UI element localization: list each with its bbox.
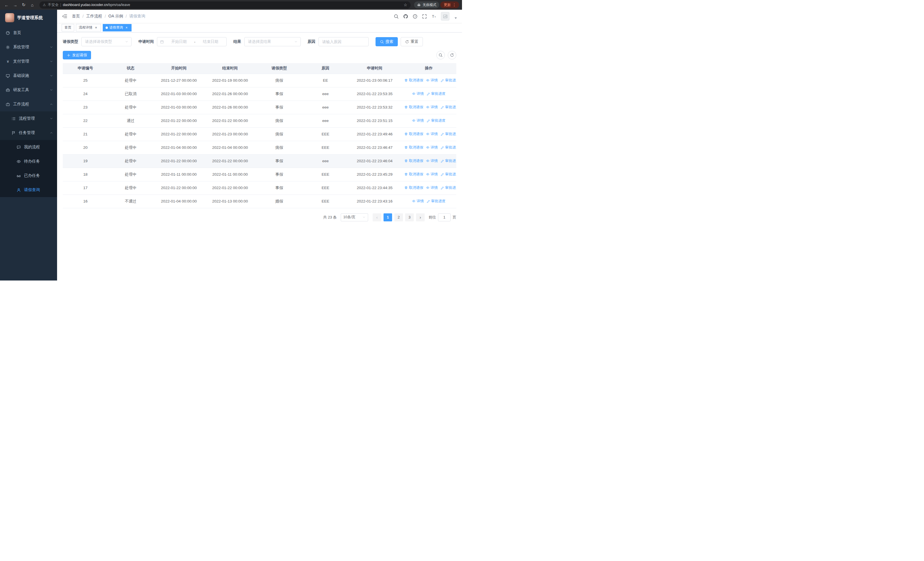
home-button[interactable]: ⌂ (28, 1, 36, 9)
cancel-action-link[interactable]: 取消请假 (404, 158, 423, 163)
progress-action-link[interactable]: 审批进度 (441, 172, 456, 177)
user-avatar[interactable] (441, 12, 450, 21)
detail-action-link[interactable]: 详情 (412, 118, 424, 123)
detail-action-link[interactable]: 详情 (412, 199, 424, 204)
sidebar-item-system[interactable]: 系统管理 (0, 40, 57, 54)
breadcrumb-item[interactable]: 工作流程 (86, 14, 102, 19)
sidebar-item-devtools[interactable]: 研发工具 (0, 83, 57, 97)
detail-action-link[interactable]: 详情 (426, 145, 438, 150)
close-tab-icon[interactable]: × (124, 26, 129, 30)
search-icon[interactable] (394, 14, 399, 19)
detail-action-link[interactable]: 详情 (426, 132, 438, 137)
sidebar-logo[interactable]: 芋道管理系统 (0, 10, 57, 26)
progress-action-link[interactable]: 审批进度 (427, 118, 446, 123)
toggle-search-button[interactable] (436, 51, 445, 59)
prev-page-button[interactable]: ‹ (373, 214, 381, 221)
cancel-action-link[interactable]: 取消请假 (404, 105, 423, 110)
cancel-action-link[interactable]: 取消请假 (404, 172, 423, 177)
row-actions: 详情审批进度 (401, 87, 456, 101)
pen-icon (441, 78, 444, 82)
search-button[interactable]: 搜索 (375, 37, 398, 46)
help-icon[interactable]: ? (412, 14, 417, 19)
reason-input[interactable] (322, 38, 365, 46)
browser-menu-icon[interactable]: ⋮ (451, 3, 458, 7)
action-label: 取消请假 (409, 172, 423, 177)
reload-button[interactable]: ↻ (20, 1, 27, 9)
trash-icon (404, 105, 408, 109)
breadcrumb-item[interactable]: 首页 (72, 14, 80, 19)
row-actions: 详情审批进度 (401, 114, 456, 127)
apply-time-range-picker[interactable]: 开始日期 - 结束日期 (157, 37, 226, 46)
leave-type-select[interactable]: 请选择请假类型 (81, 37, 132, 46)
result-label: 结果 (233, 39, 241, 44)
fullscreen-icon[interactable] (422, 14, 427, 19)
progress-action-link[interactable]: 审批进度 (441, 78, 456, 83)
sidebar-item-process-mgmt[interactable]: 流程管理 (0, 111, 57, 126)
progress-action-link[interactable]: 审批进度 (441, 105, 456, 110)
table-cell: EEE (303, 168, 348, 181)
cancel-action-link[interactable]: 取消请假 (404, 185, 423, 190)
detail-action-link[interactable]: 详情 (426, 158, 438, 163)
cancel-action-link[interactable]: 取消请假 (404, 132, 423, 137)
sidebar-item-todo-task[interactable]: 待办任务 (0, 154, 57, 168)
svg-text:T: T (434, 16, 436, 18)
image-placeholder-icon (443, 14, 448, 19)
detail-action-link[interactable]: 详情 (426, 185, 438, 190)
cancel-action-link[interactable]: 取消请假 (404, 145, 423, 150)
bookmark-star-icon[interactable]: ☆ (404, 3, 407, 7)
page-size-select[interactable]: 10条/页 (341, 214, 368, 221)
sidebar-item-home[interactable]: 首页 (0, 26, 57, 40)
detail-action-link[interactable]: 详情 (412, 92, 424, 96)
page-number-2[interactable]: 2 (394, 214, 403, 221)
avatar-caret-icon[interactable] (454, 17, 457, 19)
sidebar-item-done-task[interactable]: 已办任务 (0, 168, 57, 183)
eye-icon (426, 146, 429, 149)
sidebar-collapse-icon[interactable] (62, 14, 68, 19)
breadcrumb-item[interactable]: OA 示例 (108, 14, 123, 19)
action-label: 审批进度 (445, 185, 456, 190)
create-leave-button[interactable]: 发起请假 (63, 51, 91, 59)
progress-action-link[interactable]: 审批进度 (441, 158, 456, 163)
column-header: 开始时间 (153, 63, 204, 74)
update-button[interactable]: 更新 ⋮ (440, 2, 459, 8)
detail-action-link[interactable]: 详情 (426, 78, 438, 83)
progress-action-link[interactable]: 审批进度 (427, 199, 446, 204)
close-tab-icon[interactable]: × (94, 26, 98, 30)
progress-action-link[interactable]: 审批进度 (441, 132, 456, 137)
sidebar-item-infra[interactable]: 基础设施 (0, 69, 57, 83)
range-separator: - (194, 40, 195, 44)
detail-action-link[interactable]: 详情 (426, 105, 438, 110)
back-button[interactable]: ← (3, 1, 10, 9)
tab-leave-query[interactable]: 请假查询× (103, 24, 132, 32)
page-number-3[interactable]: 3 (405, 214, 414, 221)
sidebar-item-leave-query[interactable]: 请假查询 (0, 183, 57, 197)
goto-suffix: 页 (453, 215, 456, 220)
page-number-1[interactable]: 1 (384, 214, 392, 221)
calendar-icon (160, 40, 164, 44)
main-area: 首页/工作流程/OA 示例/请假查询 ? TT 首页流程详情×请假查询× 请假类… (57, 10, 462, 281)
progress-action-link[interactable]: 审批进度 (427, 92, 446, 96)
next-page-button[interactable]: › (416, 214, 424, 221)
sidebar-item-task-mgmt[interactable]: 任务管理 (0, 126, 57, 140)
reset-button[interactable]: 重置 (400, 37, 423, 46)
cancel-action-link[interactable]: 取消请假 (404, 78, 423, 83)
tab-process-detail[interactable]: 流程详情× (76, 24, 101, 32)
github-icon[interactable] (403, 14, 408, 19)
table-cell: 17 (63, 181, 108, 194)
forward-button[interactable]: → (11, 1, 19, 9)
font-size-icon[interactable]: TT (432, 14, 436, 19)
result-select[interactable]: 请选择流结果 (244, 37, 301, 46)
detail-action-link[interactable]: 详情 (426, 172, 438, 177)
address-bar[interactable]: ⚠ 不安全 dashboard.yudao.iocoder.cn/bpm/oa/… (39, 2, 411, 9)
yen-icon: ¥ (6, 59, 10, 64)
goto-page-input[interactable] (438, 214, 451, 221)
sidebar-item-payment[interactable]: ¥支付管理 (0, 54, 57, 69)
progress-action-link[interactable]: 审批进度 (441, 145, 456, 150)
action-label: 审批进度 (445, 158, 456, 163)
refresh-table-button[interactable] (448, 51, 456, 59)
tab-home[interactable]: 首页 (62, 24, 74, 32)
progress-action-link[interactable]: 审批进度 (441, 185, 456, 190)
sidebar-item-workflow[interactable]: 工作流程 (0, 97, 57, 111)
action-label: 取消请假 (409, 132, 423, 137)
sidebar-item-my-process[interactable]: 我的流程 (0, 140, 57, 154)
